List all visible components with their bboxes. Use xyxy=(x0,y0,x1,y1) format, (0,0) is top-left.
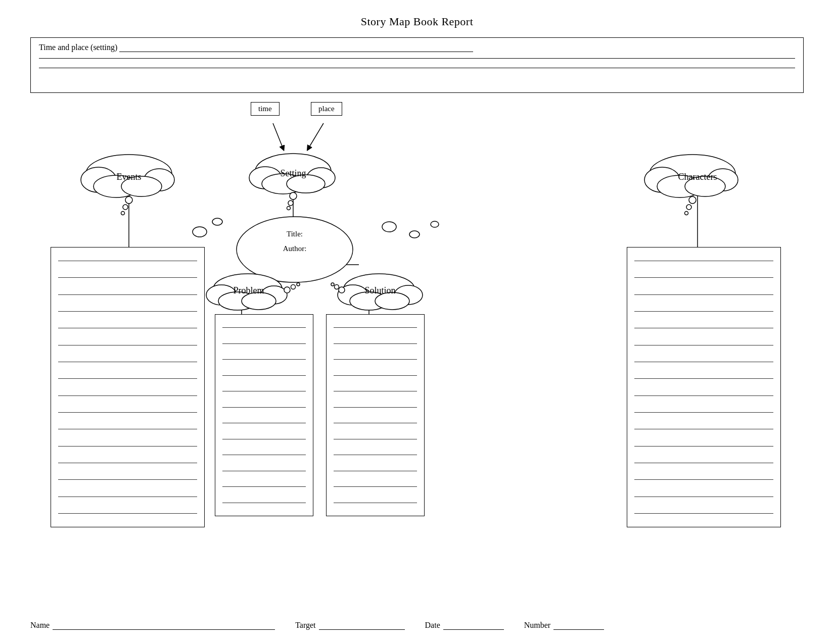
svg-point-34 xyxy=(212,218,222,225)
svg-point-51 xyxy=(375,292,409,310)
svg-point-35 xyxy=(382,222,396,232)
characters-line-11 xyxy=(634,429,773,429)
footer: Name Target Date Number xyxy=(30,621,804,630)
characters-write-box[interactable] xyxy=(627,247,781,527)
solution-line-4 xyxy=(334,375,417,376)
characters-line-13 xyxy=(634,463,773,463)
events-line-16 xyxy=(58,513,197,514)
center-oval-text: Title: Author: xyxy=(237,227,353,256)
target-line xyxy=(319,629,405,630)
problem-lines xyxy=(222,320,306,511)
number-field: Number xyxy=(524,621,604,630)
problem-line-4 xyxy=(222,375,306,376)
svg-point-37 xyxy=(431,221,439,227)
svg-point-25 xyxy=(650,155,735,193)
svg-point-49 xyxy=(394,285,423,305)
svg-point-30 xyxy=(689,196,696,204)
characters-line-4 xyxy=(634,311,773,312)
setting-box: Time and place (setting) xyxy=(30,37,804,93)
events-line-11 xyxy=(58,429,197,429)
svg-point-28 xyxy=(657,175,703,197)
events-line-1 xyxy=(58,261,197,261)
svg-point-18 xyxy=(249,167,282,189)
setting-line-2 xyxy=(39,68,795,68)
svg-point-21 xyxy=(287,175,325,193)
place-label: place xyxy=(318,105,335,113)
svg-point-20 xyxy=(262,174,304,194)
setting-label: Setting xyxy=(280,168,306,178)
name-field: Name xyxy=(30,621,275,630)
target-label: Target xyxy=(295,621,315,630)
problem-write-box[interactable] xyxy=(215,314,313,516)
solution-line-7 xyxy=(334,423,417,423)
events-line-14 xyxy=(58,479,197,480)
characters-line-12 xyxy=(634,446,773,447)
svg-line-1 xyxy=(308,123,323,148)
problem-line-3 xyxy=(222,359,306,360)
author-label: Author: xyxy=(283,244,307,253)
events-line-9 xyxy=(58,395,197,396)
solution-lines xyxy=(334,320,417,511)
date-label: Date xyxy=(425,621,440,630)
characters-line-14 xyxy=(634,479,773,480)
svg-point-48 xyxy=(338,285,368,305)
svg-point-46 xyxy=(297,283,300,286)
setting-box-lines xyxy=(39,58,795,68)
events-line-8 xyxy=(58,378,197,379)
svg-point-50 xyxy=(350,292,388,310)
solution-line-3 xyxy=(334,359,417,360)
setting-box-label: Time and place (setting) xyxy=(39,43,117,52)
svg-point-26 xyxy=(644,167,680,192)
svg-point-32 xyxy=(685,212,688,215)
svg-point-9 xyxy=(86,155,172,193)
solution-line-1 xyxy=(334,327,417,328)
solution-line-2 xyxy=(334,343,417,344)
events-write-box[interactable] xyxy=(51,247,205,527)
problem-line-10 xyxy=(222,471,306,471)
solution-line-10 xyxy=(334,471,417,471)
solution-line-6 xyxy=(334,407,417,408)
characters-line-9 xyxy=(634,395,773,396)
svg-point-17 xyxy=(255,154,331,189)
place-box: place xyxy=(311,102,342,116)
problem-line-8 xyxy=(222,439,306,439)
time-label: time xyxy=(258,105,272,113)
number-label: Number xyxy=(524,621,550,630)
svg-point-47 xyxy=(344,274,414,304)
events-lines xyxy=(58,253,197,522)
svg-point-54 xyxy=(331,283,334,286)
problem-line-1 xyxy=(222,327,306,328)
svg-point-41 xyxy=(261,286,287,304)
solution-line-9 xyxy=(334,455,417,455)
problem-line-7 xyxy=(222,423,306,423)
svg-point-44 xyxy=(284,287,290,293)
solution-line-12 xyxy=(334,503,417,503)
events-line-3 xyxy=(58,294,197,295)
svg-point-11 xyxy=(144,169,174,191)
svg-point-22 xyxy=(290,192,297,200)
svg-point-52 xyxy=(339,287,345,293)
svg-point-16 xyxy=(121,212,125,215)
svg-point-10 xyxy=(81,167,116,192)
diagram-area: Events Setting xyxy=(30,98,804,532)
characters-line-6 xyxy=(634,345,773,345)
setting-line-1 xyxy=(39,58,795,59)
problem-line-11 xyxy=(222,486,306,487)
events-label: Events xyxy=(117,172,142,182)
date-line xyxy=(443,629,504,630)
svg-point-12 xyxy=(94,175,139,197)
characters-line-8 xyxy=(634,378,773,379)
characters-line-7 xyxy=(634,362,773,362)
events-line-2 xyxy=(58,277,197,278)
solution-write-box[interactable] xyxy=(326,314,425,516)
characters-line-5 xyxy=(634,328,773,328)
svg-point-31 xyxy=(686,205,691,210)
characters-line-2 xyxy=(634,277,773,278)
events-line-4 xyxy=(58,311,197,312)
svg-point-24 xyxy=(287,207,291,210)
characters-line-10 xyxy=(634,412,773,413)
characters-line-16 xyxy=(634,513,773,514)
name-label: Name xyxy=(30,621,50,630)
svg-point-27 xyxy=(708,169,738,191)
svg-point-13 xyxy=(121,176,162,196)
